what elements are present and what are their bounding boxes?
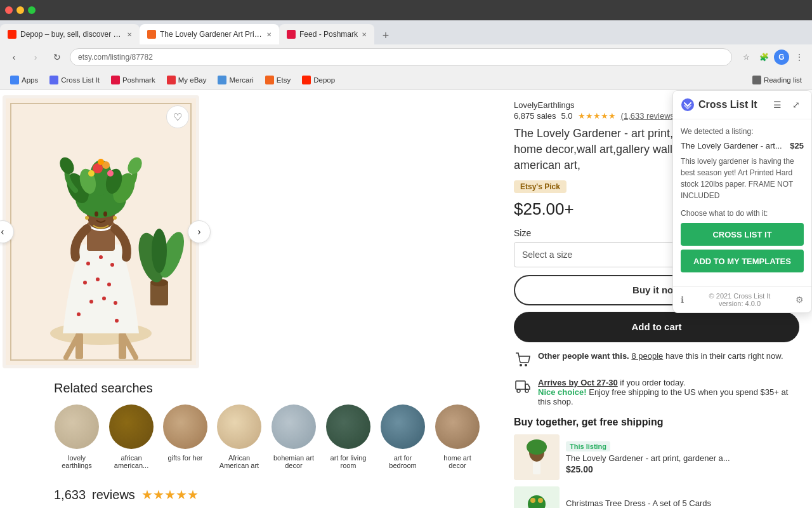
crosslist-list-icon[interactable]: ☰ — [769, 97, 785, 112]
title-bar — [0, 0, 812, 20]
arrives-if: if you order today. — [620, 378, 685, 387]
cross-list-it-button[interactable]: CROSS LIST IT — [681, 223, 804, 246]
related-label-bedroom: art for bedroom — [380, 454, 426, 469]
more-options-icon[interactable]: ⋮ — [792, 50, 807, 65]
main-product-image: C — [3, 95, 199, 368]
related-item-living-room[interactable]: art for living room — [325, 404, 371, 469]
related-circle-afam — [217, 404, 261, 449]
related-circle-bohemian — [272, 404, 316, 449]
bookmark-mercari[interactable]: Mercari — [213, 74, 258, 86]
poshmark-bm-favicon — [111, 76, 120, 84]
reviews-count: 1,633 — [54, 488, 86, 502]
svg-point-52 — [107, 170, 114, 177]
left-content: C — [0, 90, 501, 508]
arrives-row: Arrives by Oct 27-30 if you order today.… — [514, 378, 799, 406]
traffic-lights — [5, 6, 36, 14]
info-icon[interactable]: ℹ — [681, 295, 684, 305]
related-label-gifts: gifts for her — [167, 454, 202, 462]
next-image-button[interactable]: › — [188, 220, 211, 243]
bundle-img-2 — [514, 486, 560, 508]
user-avatar-icon[interactable]: G — [774, 50, 789, 65]
cart-icon — [514, 351, 532, 369]
related-item-lovely-earthlings[interactable]: lovely earthlings — [54, 404, 100, 469]
crosslist-body: We detected a listing: The Lovely Garden… — [673, 119, 811, 286]
related-item-african-american[interactable]: african american... — [108, 404, 154, 469]
related-searches-section: Related searches lovely earthlings afric… — [0, 373, 501, 469]
bookmark-star-icon[interactable]: ☆ — [738, 50, 754, 65]
reviews-link[interactable]: (1,633 reviews) — [621, 111, 678, 121]
crosslist-header-icons: ☰ ⤢ — [769, 97, 804, 112]
reading-list-favicon — [752, 76, 761, 84]
svg-point-28 — [152, 229, 167, 273]
refresh-button[interactable]: ↻ — [48, 48, 66, 66]
svg-point-35 — [89, 300, 93, 304]
related-label-afam: African American art — [216, 454, 262, 469]
svg-point-67 — [527, 439, 547, 455]
related-item-afam-art[interactable]: African American art — [216, 404, 262, 469]
favorite-button[interactable]: ♡ — [166, 105, 189, 128]
related-item-bedroom[interactable]: art for bedroom — [380, 404, 426, 469]
related-label-african: african american... — [108, 454, 154, 469]
maximize-traffic[interactable] — [28, 6, 36, 14]
crosslist-panel: Cross List It ☰ ⤢ We detected a listing:… — [672, 90, 812, 313]
detected-label: We detected a listing: — [681, 127, 804, 136]
add-to-cart-button[interactable]: Add to cart — [514, 312, 799, 342]
tab-poshmark[interactable]: Feed - Poshmark ✕ — [279, 24, 374, 44]
tab-poshmark-close[interactable]: ✕ — [362, 31, 367, 38]
address-bar[interactable]: etsy.com/listing/87782 — [70, 48, 732, 66]
bundle-name-2: Christmas Tree Dress - A set of 5 Cards — [566, 498, 799, 508]
bundle-item-2[interactable]: Christmas Tree Dress - A set of 5 Cards … — [514, 486, 799, 508]
svg-point-61 — [525, 364, 527, 366]
truck-icon — [514, 378, 532, 396]
footer-version: version: 4.0.0 — [709, 300, 771, 307]
related-item-home-decor[interactable]: home art decor — [435, 404, 480, 469]
bookmark-depop[interactable]: Depop — [297, 74, 340, 86]
bookmark-crosslist[interactable]: Cross List It — [44, 74, 105, 86]
crosslist-logo-area: Cross List It — [681, 98, 757, 112]
svg-point-63 — [517, 389, 520, 392]
extension-puzzle-icon[interactable]: 🧩 — [756, 50, 771, 65]
tab-etsy[interactable]: The Lovely Gardener Art Print C... ✕ — [140, 24, 279, 44]
bookmark-depop-label: Depop — [313, 76, 335, 84]
tab-depop[interactable]: Depop – buy, sell, discover uniᵽ... ✕ — [0, 24, 140, 44]
tab-etsy-label: The Lovely Gardener Art Print C... — [160, 30, 263, 39]
this-listing-badge: This listing — [566, 441, 610, 451]
add-to-templates-button[interactable]: ADD TO MY TEMPLATES — [681, 250, 804, 272]
bundle-name-1: The Lovely Gardener - art print, gardene… — [566, 453, 799, 463]
svg-point-34 — [107, 283, 111, 286]
tab-depop-close[interactable]: ✕ — [127, 31, 132, 38]
back-button[interactable]: ‹ — [5, 48, 23, 66]
shipping-nice-label: Nice choice! — [538, 387, 587, 397]
related-item-bohemian[interactable]: bohemian art decor — [271, 404, 317, 469]
listing-row: The Lovely Gardener - art... $25 — [681, 141, 804, 150]
bookmark-reading-label: Reading list — [764, 76, 802, 84]
close-traffic[interactable] — [5, 6, 13, 14]
related-circle-bedroom — [381, 404, 425, 449]
bundle-item-1[interactable]: This listing The Lovely Gardener - art p… — [514, 434, 799, 480]
svg-point-71 — [530, 498, 535, 503]
related-item-gifts[interactable]: gifts for her — [163, 404, 207, 469]
bookmark-etsy[interactable]: Etsy — [260, 74, 296, 86]
related-circle-home — [435, 404, 480, 449]
buy-together-title: Buy together, get free shipping — [514, 417, 799, 428]
settings-icon[interactable]: ⚙ — [796, 295, 804, 305]
people-want-row: Other people want this. 8 people have th… — [514, 351, 799, 369]
bookmark-apps[interactable]: Apps — [5, 74, 43, 86]
new-tab-button[interactable]: + — [377, 27, 395, 44]
etsy-bm-favicon — [265, 76, 274, 84]
minimize-traffic[interactable] — [16, 6, 24, 14]
mybay-favicon — [167, 76, 176, 84]
people-want-bold: Other people want this. — [538, 351, 629, 361]
svg-rect-42 — [96, 222, 105, 230]
bookmark-mybay[interactable]: My eBay — [162, 74, 212, 86]
bundle-price-1: $25.00 — [566, 464, 799, 474]
reviews-label: reviews — [92, 488, 135, 502]
bookmark-reading-list[interactable]: Reading list — [747, 74, 807, 86]
sales-count: 6,875 sales — [514, 111, 556, 121]
crosslist-expand-icon[interactable]: ⤢ — [789, 97, 804, 112]
bookmark-poshmark[interactable]: Poshmark — [106, 74, 160, 86]
svg-point-53 — [98, 159, 104, 165]
arrives-text: Arrives by Oct 27-30 if you order today.… — [538, 378, 799, 406]
forward-button[interactable]: › — [27, 48, 44, 66]
tab-etsy-close[interactable]: ✕ — [266, 31, 272, 38]
